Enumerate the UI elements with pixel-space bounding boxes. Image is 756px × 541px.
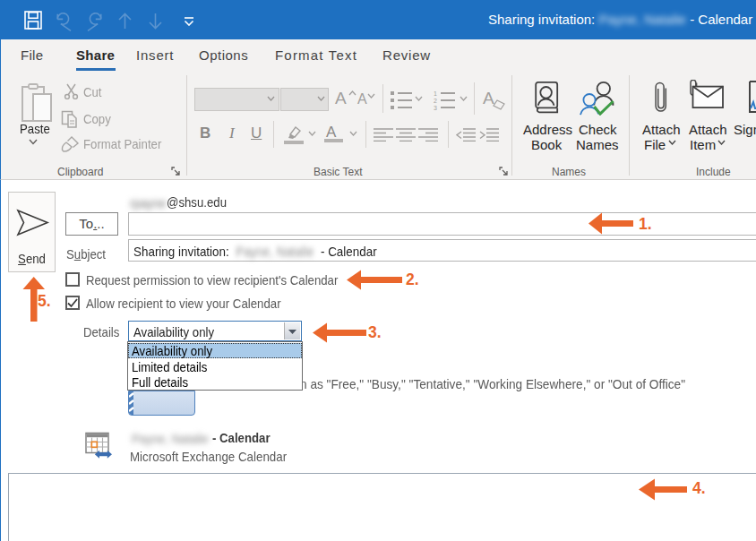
svg-text:3: 3	[434, 105, 437, 110]
svg-text:2: 2	[434, 98, 437, 104]
svg-text:1: 1	[434, 90, 437, 97]
